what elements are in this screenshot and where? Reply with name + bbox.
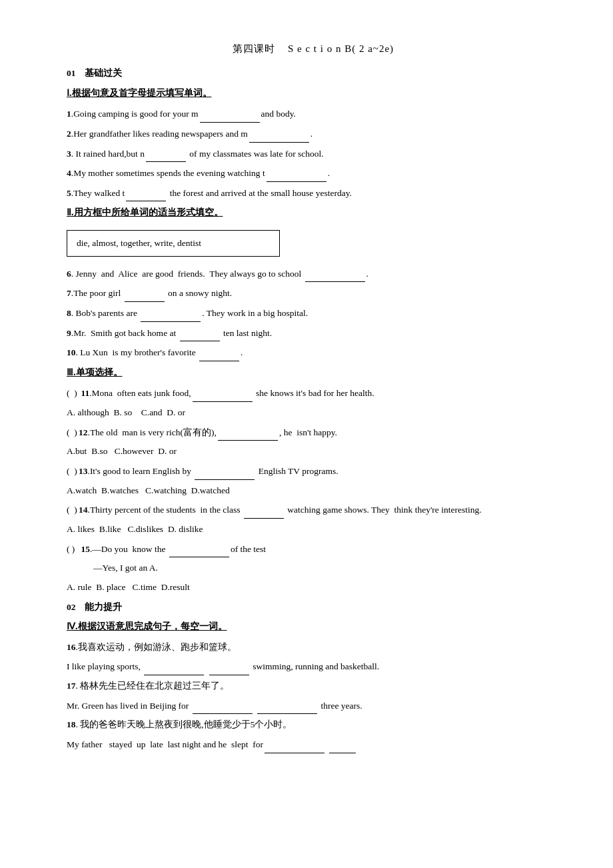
part-IV-instruction: Ⅳ.根据汉语意思完成句子，每空一词。 [67,618,560,636]
q3: 3. It rained hard,but n of my classmates… [67,145,560,163]
q17-chinese: 17. 格林先生已经住在北京超过三年了。 [67,677,560,695]
blank-q13[interactable] [195,462,255,480]
blank-q4[interactable] [267,164,326,182]
paren-13[interactable]: ( ) [67,463,79,480]
options-14: A. likes B.like C.dislikes D. dislike [67,521,560,538]
paren-14[interactable]: ( ) [67,501,79,519]
q13: ( )13.It's good to learn English by Engl… [67,462,560,480]
blank-q16b[interactable] [209,657,249,675]
blank-q8[interactable] [141,304,201,322]
partII-instruction: Ⅱ.用方框中所给单词的适当形式填空。 [67,207,223,217]
blank-q14[interactable] [244,501,284,519]
lesson-label: 第四课时 [233,43,275,54]
q10: 10. Lu Xun is my brother's favorite . [67,343,560,361]
blank-q9[interactable] [180,324,220,342]
q15-answer: —Yes, I got an A. [67,559,560,577]
blank-q10[interactable] [199,343,239,361]
blank-q12[interactable] [218,423,278,441]
q14: ( )14.Thirty percent of the students in … [67,501,560,519]
partIV-instruction: Ⅳ.根据汉语意思完成句子，每空一词。 [67,621,227,631]
q17-english: Mr. Green has lived in Beijing for three… [67,697,560,715]
part01-label: 01 [67,68,76,78]
q11: ( ) 11.Mona often eats junk food, she kn… [67,384,560,402]
blank-q18b[interactable] [329,735,356,753]
blank-q2[interactable] [249,125,309,143]
partIII-instruction: Ⅲ.单项选择。 [67,367,123,377]
part-01-header: 01 基础过关 [67,65,560,82]
q16-chinese: 16.我喜欢运动，例如游泳、跑步和篮球。 [67,639,560,656]
part-II-instruction: Ⅱ.用方框中所给单词的适当形式填空。 [67,204,560,222]
blank-q15[interactable] [169,540,229,558]
q12: ( )12.The old man is very rich(富有的), , h… [67,423,560,441]
blank-q6[interactable] [305,265,365,283]
q18-english: My father stayed up late last night and … [67,735,560,753]
options-11: A. although B. so C.and D. or [67,404,560,421]
q18-chinese: 18. 我的爸爸昨天晚上熬夜到很晚,他睡觉少于5个小时。 [67,716,560,733]
paren-11[interactable]: ( ) [67,385,79,402]
q6: 6. Jenny and Alice are good friends. The… [67,265,560,283]
partI-instruction: Ⅰ.根据句意及首字母提示填写单词。 [67,88,212,98]
part02-label: 02 [67,602,76,612]
blank-q11[interactable] [193,384,253,402]
q1: 1.Going camping is good for your m and b… [67,105,560,123]
part02-name: 能力提升 [85,602,122,612]
blank-q7[interactable] [125,284,165,302]
part-02-header: 02 能力提升 [67,599,560,616]
q9: 9.Mr. Smith got back home at ten last ni… [67,324,560,342]
part-I-instruction: Ⅰ.根据句意及首字母提示填写单词。 [67,85,560,103]
blank-q17b[interactable] [257,697,317,715]
q4: 4.My mother sometimes spends the evening… [67,164,560,182]
part01-name: 基础过关 [85,68,122,78]
partI-questions: 1.Going camping is good for your m and b… [67,105,560,201]
paren-15[interactable]: ( ) [67,541,79,558]
q15: ( ) 15.—Do you know the of the test [67,540,560,558]
partIII-questions: ( ) 11.Mona often eats junk food, she kn… [67,384,560,595]
options-12: A.but B.so C.however D. or [67,443,560,460]
q2: 2.Her grandfather likes reading newspape… [67,125,560,143]
q16-english: I like playing sports, swimming, running… [67,657,560,675]
page-title: 第四课时 S e c t i o n B( 2 a~2e) [67,40,560,58]
options-15: A. rule B. place C.time D.result [67,579,560,596]
paren-12[interactable]: ( ) [67,424,79,441]
blank-q3[interactable] [146,145,186,163]
part-III-instruction: Ⅲ.单项选择。 [67,364,560,382]
q5: 5.They walked t the forest and arrived a… [67,184,560,202]
blank-q5a[interactable] [126,184,166,202]
blank-q18a[interactable] [265,735,324,753]
q7: 7.The poor girl on a snowy night. [67,284,560,302]
blank-q1[interactable] [200,105,260,123]
english-label: English [153,466,180,476]
wordbox-content: die, almost, together, write, dentist [77,238,201,248]
partII-questions: 6. Jenny and Alice are good friends. The… [67,265,560,361]
options-13: A.watch B.watches C.watching D.watched [67,482,560,499]
partIV-questions: 16.我喜欢运动，例如游泳、跑步和篮球。 I like playing spor… [67,639,560,753]
section-label: S e c t i o n B( 2 a~2e) [288,43,394,54]
blank-q16a[interactable] [144,657,204,675]
blank-q17a[interactable] [193,697,253,715]
q8: 8. Bob's parents are . They work in a bi… [67,304,560,322]
word-box: die, almost, together, write, dentist [67,230,280,257]
